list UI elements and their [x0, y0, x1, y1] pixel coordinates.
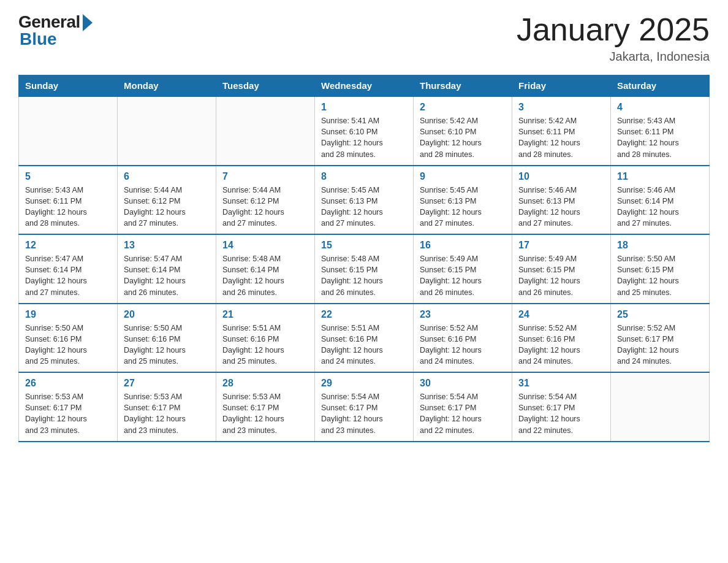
day-number: 14	[222, 240, 308, 251]
table-row	[611, 372, 710, 442]
header-friday: Friday	[512, 75, 611, 97]
day-number: 1	[321, 102, 407, 113]
table-row: 15Sunrise: 5:48 AMSunset: 6:15 PMDayligh…	[315, 234, 414, 304]
day-info: Sunrise: 5:49 AMSunset: 6:15 PMDaylight:…	[518, 253, 604, 298]
table-row: 26Sunrise: 5:53 AMSunset: 6:17 PMDayligh…	[19, 372, 118, 442]
day-info: Sunrise: 5:53 AMSunset: 6:17 PMDaylight:…	[222, 391, 308, 436]
table-row: 19Sunrise: 5:50 AMSunset: 6:16 PMDayligh…	[19, 304, 118, 373]
day-info: Sunrise: 5:53 AMSunset: 6:17 PMDaylight:…	[124, 391, 210, 436]
table-row: 2Sunrise: 5:42 AMSunset: 6:10 PMDaylight…	[414, 96, 512, 166]
table-row: 1Sunrise: 5:41 AMSunset: 6:10 PMDaylight…	[315, 96, 414, 166]
table-row: 9Sunrise: 5:45 AMSunset: 6:13 PMDaylight…	[414, 166, 512, 235]
day-info: Sunrise: 5:52 AMSunset: 6:17 PMDaylight:…	[617, 323, 703, 367]
table-row: 28Sunrise: 5:53 AMSunset: 6:17 PMDayligh…	[216, 372, 315, 442]
day-number: 7	[222, 171, 308, 182]
header-thursday: Thursday	[414, 75, 512, 97]
day-info: Sunrise: 5:46 AMSunset: 6:14 PMDaylight:…	[617, 185, 703, 229]
day-info: Sunrise: 5:53 AMSunset: 6:17 PMDaylight:…	[25, 391, 111, 436]
day-info: Sunrise: 5:54 AMSunset: 6:17 PMDaylight:…	[518, 391, 604, 436]
table-row: 16Sunrise: 5:49 AMSunset: 6:15 PMDayligh…	[414, 234, 512, 304]
day-info: Sunrise: 5:43 AMSunset: 6:11 PMDaylight:…	[25, 185, 111, 229]
day-number: 9	[420, 171, 506, 182]
day-number: 26	[25, 378, 111, 389]
table-row: 20Sunrise: 5:50 AMSunset: 6:16 PMDayligh…	[118, 304, 216, 373]
header-wednesday: Wednesday	[315, 75, 414, 97]
table-row: 30Sunrise: 5:54 AMSunset: 6:17 PMDayligh…	[414, 372, 512, 442]
day-number: 10	[518, 171, 604, 182]
table-row: 17Sunrise: 5:49 AMSunset: 6:15 PMDayligh…	[512, 234, 611, 304]
day-info: Sunrise: 5:44 AMSunset: 6:12 PMDaylight:…	[124, 185, 210, 229]
calendar-header-row: Sunday Monday Tuesday Wednesday Thursday…	[19, 75, 710, 97]
table-row: 24Sunrise: 5:52 AMSunset: 6:16 PMDayligh…	[512, 304, 611, 373]
day-info: Sunrise: 5:42 AMSunset: 6:10 PMDaylight:…	[420, 115, 506, 160]
logo: General Blue	[18, 12, 93, 49]
day-number: 5	[25, 171, 111, 182]
logo-blue-text: Blue	[20, 29, 57, 49]
calendar-table: Sunday Monday Tuesday Wednesday Thursday…	[18, 75, 710, 442]
day-number: 27	[124, 378, 210, 389]
table-row: 18Sunrise: 5:50 AMSunset: 6:15 PMDayligh…	[611, 234, 710, 304]
title-block: January 2025 Jakarta, Indonesia	[517, 12, 710, 64]
day-info: Sunrise: 5:51 AMSunset: 6:16 PMDaylight:…	[222, 323, 308, 367]
day-info: Sunrise: 5:45 AMSunset: 6:13 PMDaylight:…	[321, 185, 407, 229]
calendar-title: January 2025	[517, 12, 710, 47]
calendar-week-2: 5Sunrise: 5:43 AMSunset: 6:11 PMDaylight…	[19, 166, 710, 235]
table-row: 22Sunrise: 5:51 AMSunset: 6:16 PMDayligh…	[315, 304, 414, 373]
day-number: 2	[420, 102, 506, 113]
day-info: Sunrise: 5:41 AMSunset: 6:10 PMDaylight:…	[321, 115, 407, 160]
day-info: Sunrise: 5:54 AMSunset: 6:17 PMDaylight:…	[420, 391, 506, 436]
day-number: 17	[518, 240, 604, 251]
page-header: General Blue January 2025 Jakarta, Indon…	[18, 12, 710, 64]
header-monday: Monday	[118, 75, 216, 97]
day-info: Sunrise: 5:52 AMSunset: 6:16 PMDaylight:…	[518, 323, 604, 367]
table-row: 5Sunrise: 5:43 AMSunset: 6:11 PMDaylight…	[19, 166, 118, 235]
table-row: 25Sunrise: 5:52 AMSunset: 6:17 PMDayligh…	[611, 304, 710, 373]
table-row: 29Sunrise: 5:54 AMSunset: 6:17 PMDayligh…	[315, 372, 414, 442]
calendar-week-5: 26Sunrise: 5:53 AMSunset: 6:17 PMDayligh…	[19, 372, 710, 442]
table-row: 12Sunrise: 5:47 AMSunset: 6:14 PMDayligh…	[19, 234, 118, 304]
table-row: 23Sunrise: 5:52 AMSunset: 6:16 PMDayligh…	[414, 304, 512, 373]
day-info: Sunrise: 5:50 AMSunset: 6:16 PMDaylight:…	[124, 323, 210, 367]
day-number: 4	[617, 102, 703, 113]
day-info: Sunrise: 5:51 AMSunset: 6:16 PMDaylight:…	[321, 323, 407, 367]
day-number: 16	[420, 240, 506, 251]
day-number: 20	[124, 309, 210, 320]
day-number: 30	[420, 378, 506, 389]
table-row: 27Sunrise: 5:53 AMSunset: 6:17 PMDayligh…	[118, 372, 216, 442]
day-number: 21	[222, 309, 308, 320]
day-number: 24	[518, 309, 604, 320]
day-number: 12	[25, 240, 111, 251]
table-row	[118, 96, 216, 166]
table-row: 13Sunrise: 5:47 AMSunset: 6:14 PMDayligh…	[118, 234, 216, 304]
day-number: 23	[420, 309, 506, 320]
day-number: 22	[321, 309, 407, 320]
table-row: 6Sunrise: 5:44 AMSunset: 6:12 PMDaylight…	[118, 166, 216, 235]
day-number: 13	[124, 240, 210, 251]
logo-arrow-icon	[83, 14, 93, 31]
day-info: Sunrise: 5:54 AMSunset: 6:17 PMDaylight:…	[321, 391, 407, 436]
day-info: Sunrise: 5:42 AMSunset: 6:11 PMDaylight:…	[518, 115, 604, 160]
calendar-week-4: 19Sunrise: 5:50 AMSunset: 6:16 PMDayligh…	[19, 304, 710, 373]
day-number: 19	[25, 309, 111, 320]
day-info: Sunrise: 5:49 AMSunset: 6:15 PMDaylight:…	[420, 253, 506, 298]
day-info: Sunrise: 5:50 AMSunset: 6:15 PMDaylight:…	[617, 253, 703, 298]
header-saturday: Saturday	[611, 75, 710, 97]
table-row: 11Sunrise: 5:46 AMSunset: 6:14 PMDayligh…	[611, 166, 710, 235]
day-number: 28	[222, 378, 308, 389]
day-info: Sunrise: 5:47 AMSunset: 6:14 PMDaylight:…	[25, 253, 111, 298]
table-row: 21Sunrise: 5:51 AMSunset: 6:16 PMDayligh…	[216, 304, 315, 373]
table-row: 7Sunrise: 5:44 AMSunset: 6:12 PMDaylight…	[216, 166, 315, 235]
table-row: 10Sunrise: 5:46 AMSunset: 6:13 PMDayligh…	[512, 166, 611, 235]
table-row	[216, 96, 315, 166]
day-number: 11	[617, 171, 703, 182]
table-row	[19, 96, 118, 166]
calendar-week-3: 12Sunrise: 5:47 AMSunset: 6:14 PMDayligh…	[19, 234, 710, 304]
table-row: 3Sunrise: 5:42 AMSunset: 6:11 PMDaylight…	[512, 96, 611, 166]
table-row: 8Sunrise: 5:45 AMSunset: 6:13 PMDaylight…	[315, 166, 414, 235]
table-row: 14Sunrise: 5:48 AMSunset: 6:14 PMDayligh…	[216, 234, 315, 304]
calendar-location: Jakarta, Indonesia	[517, 50, 710, 64]
day-info: Sunrise: 5:44 AMSunset: 6:12 PMDaylight:…	[222, 185, 308, 229]
day-number: 29	[321, 378, 407, 389]
calendar-week-1: 1Sunrise: 5:41 AMSunset: 6:10 PMDaylight…	[19, 96, 710, 166]
day-info: Sunrise: 5:47 AMSunset: 6:14 PMDaylight:…	[124, 253, 210, 298]
